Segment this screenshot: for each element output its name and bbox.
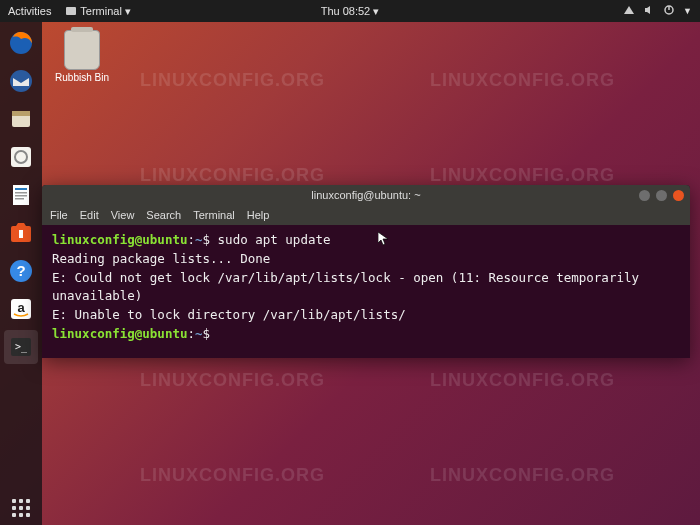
terminal-line: linuxconfig@ubuntu:~$ (52, 325, 680, 344)
terminal-menubar: File Edit View Search Terminal Help (42, 205, 690, 225)
trash-label: Rubbish Bin (52, 72, 112, 83)
terminal-line: linuxconfig@ubuntu:~$ sudo apt update (52, 231, 680, 250)
system-menu-chevron-icon[interactable]: ▼ (683, 6, 692, 16)
menu-help[interactable]: Help (247, 209, 270, 221)
dock-thunderbird[interactable] (4, 64, 38, 98)
watermark: LINUXCONFIG.ORG (140, 165, 325, 186)
terminal-titlebar[interactable]: linuxconfig@ubuntu: ~ (42, 185, 690, 205)
terminal-line: Reading package lists... Done (52, 250, 680, 269)
terminal-window: linuxconfig@ubuntu: ~ File Edit View Sea… (42, 185, 690, 358)
desktop-trash[interactable]: Rubbish Bin (52, 30, 112, 83)
watermark: LINUXCONFIG.ORG (140, 465, 325, 486)
svg-text:>_: >_ (15, 341, 28, 353)
watermark: LINUXCONFIG.ORG (430, 165, 615, 186)
dock-help[interactable]: ? (4, 254, 38, 288)
menu-file[interactable]: File (50, 209, 68, 221)
app-menu-terminal[interactable]: Terminal ▾ (65, 5, 130, 18)
menu-view[interactable]: View (111, 209, 135, 221)
window-maximize-button[interactable] (656, 190, 667, 201)
trash-icon (64, 30, 100, 70)
svg-rect-0 (66, 7, 76, 15)
window-minimize-button[interactable] (639, 190, 650, 201)
svg-text:a: a (17, 300, 25, 315)
dock-files[interactable] (4, 102, 38, 136)
dock-terminal[interactable]: >_ (4, 330, 38, 364)
activities-button[interactable]: Activities (8, 5, 51, 17)
dock: ? a >_ (0, 22, 42, 525)
show-applications-button[interactable] (12, 499, 30, 517)
svg-rect-13 (15, 198, 24, 200)
volume-icon[interactable] (643, 4, 655, 18)
watermark: LINUXCONFIG.ORG (430, 370, 615, 391)
dock-rhythmbox[interactable] (4, 140, 38, 174)
menu-edit[interactable]: Edit (80, 209, 99, 221)
watermark: LINUXCONFIG.ORG (430, 70, 615, 91)
svg-rect-10 (15, 188, 27, 190)
svg-text:?: ? (16, 262, 25, 279)
svg-rect-6 (12, 111, 30, 116)
dock-ubuntu-software[interactable] (4, 216, 38, 250)
mouse-cursor-icon (378, 232, 388, 246)
dock-firefox[interactable] (4, 26, 38, 60)
watermark: LINUXCONFIG.ORG (430, 465, 615, 486)
terminal-body[interactable]: linuxconfig@ubuntu:~$ sudo apt update Re… (42, 225, 690, 358)
network-icon[interactable] (623, 4, 635, 18)
power-icon[interactable] (663, 4, 675, 18)
clock[interactable]: Thu 08:52 ▾ (321, 5, 380, 18)
menu-search[interactable]: Search (146, 209, 181, 221)
menu-terminal[interactable]: Terminal (193, 209, 235, 221)
svg-rect-12 (15, 195, 27, 197)
terminal-title: linuxconfig@ubuntu: ~ (311, 189, 420, 201)
svg-rect-15 (19, 230, 23, 238)
dock-amazon[interactable]: a (4, 292, 38, 326)
window-close-button[interactable] (673, 190, 684, 201)
top-bar: Activities Terminal ▾ Thu 08:52 ▾ ▼ (0, 0, 700, 22)
watermark: LINUXCONFIG.ORG (140, 370, 325, 391)
watermark: LINUXCONFIG.ORG (140, 70, 325, 91)
svg-rect-11 (15, 192, 27, 194)
terminal-line: E: Could not get lock /var/lib/apt/lists… (52, 269, 680, 307)
terminal-line: E: Unable to lock directory /var/lib/apt… (52, 306, 680, 325)
dock-libreoffice-writer[interactable] (4, 178, 38, 212)
